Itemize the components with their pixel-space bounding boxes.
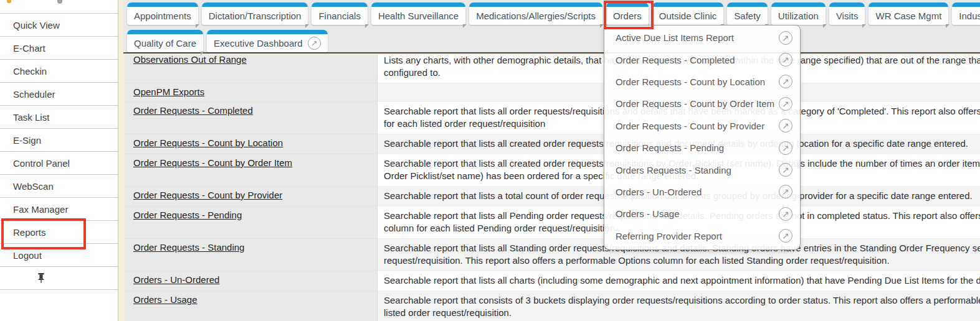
- tab-label: Dictation/Transcription: [209, 11, 302, 21]
- report-link-cell: Order Requests - Count by Location: [125, 134, 378, 154]
- report-link[interactable]: Orders - Un-Ordered: [133, 274, 219, 285]
- report-category-tab[interactable]: Orders ↗ Active Due List Items Report ↗ …: [606, 2, 649, 25]
- tab-label: Industrial Hygiene: [959, 11, 980, 21]
- report-link-cell: Orders - Usage: [125, 291, 378, 321]
- dropdown-item-label: Orders - Un-Ordered: [616, 187, 702, 197]
- report-row: Order Requests - Completed Searchable re…: [125, 101, 980, 134]
- report-link-cell: Order Requests - Standing: [125, 238, 378, 271]
- external-link-icon[interactable]: ↗: [308, 37, 321, 50]
- sidebar-pin-button[interactable]: [0, 267, 118, 290]
- report-row: Orders - Usage Searchable report that co…: [125, 291, 980, 321]
- open-report-icon[interactable]: ↗: [779, 53, 792, 67]
- sidebar-item-label: WebScan: [13, 181, 54, 192]
- sidebar-item-label: Reports: [13, 227, 46, 238]
- tab-band: Appointments ↗ Dictation/Transcription ↗…: [123, 0, 980, 54]
- open-report-icon[interactable]: ↗: [779, 163, 792, 177]
- report-link-cell: Order Requests - Pending: [125, 206, 378, 238]
- report-link[interactable]: Order Requests - Completed: [133, 105, 253, 116]
- report-link[interactable]: Observations Out of Range: [133, 55, 247, 65]
- report-list: Observations Out of Range Lists any char…: [125, 55, 980, 321]
- sidebar-item[interactable]: WebScan: [0, 175, 118, 198]
- report-description-line: request/requisition. This report also of…: [384, 254, 980, 267]
- report-link[interactable]: Order Requests - Standing: [133, 242, 244, 253]
- content-region: Appointments ↗ Dictation/Transcription ↗…: [123, 0, 980, 321]
- report-category-tab[interactable]: Executive Dashboard ↗: [207, 30, 328, 52]
- sidebar-item[interactable]: Checkin: [0, 60, 118, 83]
- sidebar-item[interactable]: E-Sign: [0, 129, 118, 152]
- sidebar-item[interactable]: E-Chart: [0, 37, 118, 60]
- dropdown-menu-item[interactable]: Active Due List Items Report ↗: [604, 27, 800, 49]
- report-category-tab[interactable]: Medications/Allergies/Scripts ↗: [469, 2, 602, 25]
- report-category-tab[interactable]: Quality of Care ↗: [127, 30, 203, 52]
- report-description-line: listed order request/requisition.: [384, 307, 980, 319]
- report-category-tab[interactable]: Utilization ↗: [771, 2, 825, 25]
- sidebar-item-label: Task List: [13, 112, 49, 123]
- report-row: Order Requests - Count by Provider Searc…: [125, 186, 980, 206]
- sidebar-item[interactable]: Reports: [0, 221, 118, 244]
- open-report-icon[interactable]: ↗: [779, 75, 792, 88]
- dropdown-menu-item[interactable]: Order Requests - Count by Provider ↗: [604, 115, 800, 137]
- open-report-icon[interactable]: ↗: [779, 97, 792, 111]
- report-row: OpenPM Exports: [125, 83, 980, 101]
- open-report-icon[interactable]: ↗: [779, 229, 792, 243]
- sidebar-item[interactable]: Task List: [0, 106, 118, 129]
- report-link[interactable]: Order Requests - Pending: [133, 210, 242, 220]
- report-category-tab[interactable]: Dictation/Transcription ↗: [202, 2, 308, 25]
- sidebar-item[interactable]: Logout: [0, 244, 118, 267]
- tab-label: Outside Clinic: [659, 11, 717, 21]
- report-category-tab[interactable]: Appointments ↗: [127, 2, 198, 25]
- report-link-cell: OpenPM Exports: [125, 83, 378, 101]
- dropdown-menu-item[interactable]: Orders Requests - Standing ↗: [604, 159, 800, 180]
- dropdown-item-label: Order Requests - Completed: [616, 55, 735, 65]
- dropdown-menu-item[interactable]: Order Requests - Pending ↗: [604, 137, 800, 159]
- report-link-cell: Observations Out of Range: [125, 55, 378, 83]
- report-link[interactable]: Order Requests - Count by Provider: [133, 190, 282, 200]
- report-category-tab[interactable]: Outside Clinic ↗: [652, 2, 724, 25]
- report-row: Order Requests - Count by Location Searc…: [125, 134, 980, 154]
- report-row: Order Requests - Pending Searchable repo…: [125, 206, 980, 238]
- report-category-tab[interactable]: Health Surveillance ↗: [371, 2, 465, 25]
- sidebar-item-label: Control Panel: [13, 158, 70, 169]
- logo-remnant-icon: [57, 0, 62, 4]
- dropdown-menu-item[interactable]: Order Requests - Count by Location ↗: [604, 71, 800, 93]
- tab-label: Orders: [613, 11, 642, 21]
- sidebar-item[interactable]: Scheduler: [0, 83, 118, 106]
- report-description-line: Searchable report that lists all charts …: [384, 274, 980, 287]
- report-category-tab[interactable]: Financials ↗: [312, 2, 368, 25]
- open-report-icon[interactable]: ↗: [779, 185, 792, 198]
- open-report-icon[interactable]: ↗: [779, 119, 792, 133]
- report-category-tab[interactable]: Safety ↗: [727, 2, 768, 25]
- dropdown-item-label: Order Requests - Count by Location: [616, 77, 765, 87]
- report-row: Order Requests - Count by Order Item Sea…: [125, 154, 980, 186]
- report-link[interactable]: OpenPM Exports: [133, 86, 204, 97]
- report-category-tab[interactable]: WR Case Mgmt ↗: [868, 2, 948, 25]
- sidebar-item[interactable]: Fax Manager: [0, 198, 118, 221]
- report-link[interactable]: Orders - Usage: [133, 294, 197, 305]
- report-link[interactable]: Order Requests - Count by Location: [133, 137, 283, 148]
- report-link-cell: Order Requests - Count by Provider: [125, 186, 378, 206]
- tab-label: Financials: [318, 11, 361, 21]
- dropdown-menu-item[interactable]: Referring Provider Report ↗: [604, 225, 800, 247]
- dropdown-menu-item[interactable]: Orders - Un-Ordered ↗: [604, 181, 800, 203]
- tab-row-2: Quality of Care ↗ Executive Dashboard ↗: [127, 30, 328, 52]
- sidebar-item[interactable]: Control Panel: [0, 152, 118, 175]
- open-report-icon[interactable]: ↗: [779, 141, 792, 155]
- dropdown-menu-item[interactable]: Order Requests - Completed ↗: [604, 49, 800, 70]
- dropdown-item-label: Orders Requests - Standing: [616, 165, 731, 175]
- report-link[interactable]: Order Requests - Count by Order Item: [133, 157, 292, 168]
- pushpin-icon: [37, 273, 45, 283]
- tab-label: Health Surveillance: [378, 11, 459, 21]
- report-link-cell: Orders - Un-Ordered: [125, 271, 378, 291]
- sidebar-item[interactable]: Quick View: [0, 14, 118, 37]
- tab-label: WR Case Mgmt: [875, 11, 941, 21]
- tab-label: Executive Dashboard: [214, 38, 303, 49]
- open-report-icon[interactable]: ↗: [779, 207, 792, 221]
- dropdown-menu-item[interactable]: Order Requests - Count by Order Item ↗: [604, 93, 800, 114]
- dropdown-menu-item[interactable]: Orders - Usage ↗: [604, 203, 800, 225]
- report-category-tab[interactable]: Visits ↗: [829, 2, 865, 25]
- tab-row-1: Appointments ↗ Dictation/Transcription ↗…: [127, 2, 980, 25]
- dropdown-item-label: Active Due List Items Report: [616, 32, 734, 43]
- report-category-tab[interactable]: Industrial Hygiene ↗: [952, 2, 980, 25]
- open-report-icon[interactable]: ↗: [779, 31, 792, 45]
- sidebar-item-label: Quick View: [13, 20, 60, 30]
